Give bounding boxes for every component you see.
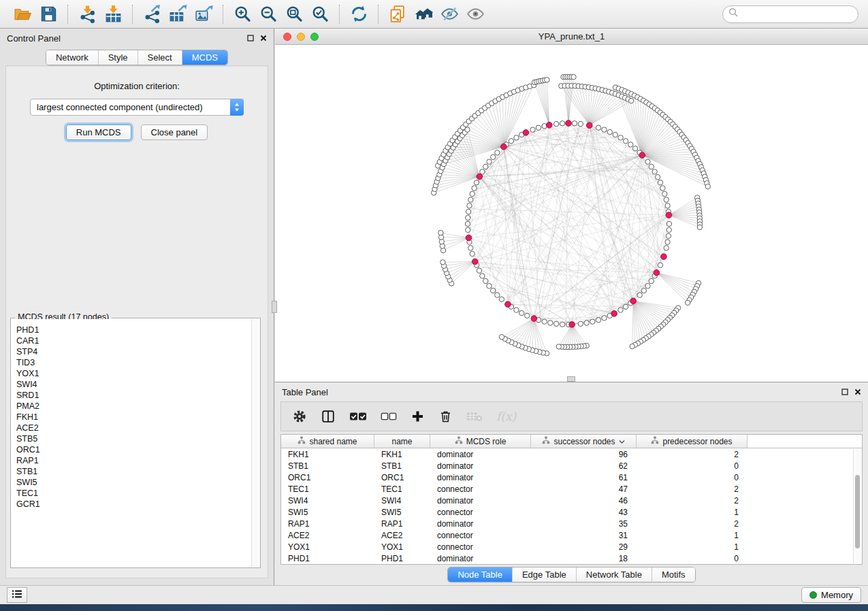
table-row[interactable]: RAP1RAP1dominator352 — [281, 518, 853, 529]
mcds-result-scrollbar[interactable] — [251, 319, 259, 567]
close-window-icon[interactable] — [283, 33, 291, 41]
zoom-in-icon[interactable] — [232, 4, 253, 24]
cell-shared-name: FKH1 — [281, 450, 374, 459]
column-header-successor-nodes[interactable]: successor nodes — [531, 435, 637, 448]
control-panel-tabs: NetworkStyleSelectMCDS — [46, 50, 228, 65]
column-type-icon — [651, 436, 659, 446]
table-row[interactable]: ORC1ORC1dominator610 — [281, 472, 853, 483]
vertical-splitter-handle[interactable] — [272, 301, 277, 313]
close-panel-button[interactable]: Close panel — [141, 125, 208, 140]
table-row[interactable]: TEC1TEC1connector472 — [281, 483, 853, 495]
cell-shared-name: SWI5 — [281, 508, 374, 517]
network-view-window: YPA_prune.txt_1 — [275, 29, 868, 382]
zoom-out-icon[interactable] — [258, 4, 278, 24]
first-neighbors-icon[interactable] — [413, 4, 434, 24]
table-row[interactable]: SWI5SWI5connector431 — [281, 506, 853, 518]
import-table-icon[interactable] — [103, 4, 123, 24]
task-list-icon — [10, 589, 24, 602]
close-panel-icon[interactable] — [259, 35, 267, 42]
tab-network[interactable]: Network — [46, 50, 98, 65]
cell-mcds-role: dominator — [430, 450, 531, 459]
maximize-window-icon[interactable] — [310, 33, 319, 41]
table-row[interactable]: PHD1PHD1dominator180 — [281, 552, 853, 564]
network-graph[interactable] — [275, 45, 867, 382]
cell-predecessor-nodes: 2 — [637, 450, 748, 459]
table-row[interactable]: ACE2ACE2connector311 — [281, 529, 853, 541]
mcds-result-item: STB5 — [12, 433, 259, 444]
zoom-selected-icon[interactable] — [310, 4, 330, 24]
table-row[interactable]: YOX1YOX1connector291 — [281, 541, 853, 552]
column-layout-icon[interactable] — [321, 406, 336, 427]
hide-selected-icon[interactable] — [439, 4, 460, 24]
table-row[interactable]: SWI4SWI4dominator462 — [281, 495, 853, 506]
toolbar-separator — [223, 5, 223, 24]
table-settings-gear-icon[interactable] — [292, 406, 307, 427]
float-panel-icon[interactable] — [246, 35, 254, 42]
save-session-icon[interactable] — [38, 4, 59, 24]
refresh-icon[interactable] — [349, 4, 369, 24]
export-image-icon[interactable] — [193, 4, 214, 24]
table-scrollbar-thumb[interactable] — [855, 475, 860, 548]
table-row[interactable]: FKH1FKH1dominator962 — [281, 448, 853, 460]
tab-motifs[interactable]: Motifs — [652, 567, 695, 582]
deselect-all-icon[interactable] — [381, 406, 397, 427]
search-input[interactable] — [742, 9, 862, 19]
network-window-title: YPA_prune.txt_1 — [539, 31, 605, 42]
add-row-icon[interactable] — [411, 406, 425, 427]
run-mcds-button[interactable]: Run MCDS — [66, 125, 131, 140]
tab-edge-table[interactable]: Edge Table — [512, 567, 576, 582]
memory-status-icon — [809, 591, 817, 599]
network-window-titlebar[interactable]: YPA_prune.txt_1 — [275, 29, 868, 45]
mcds-result-item: RAP1 — [12, 455, 259, 466]
column-header-predecessor-nodes[interactable]: predecessor nodes — [637, 435, 748, 448]
memory-button-label: Memory — [821, 590, 853, 600]
mcds-result-list[interactable]: PHD1CAR1STP4TID3YOX1SWI4SRD1PMA2FKH1ACE2… — [12, 319, 259, 567]
open-file-icon[interactable] — [12, 4, 33, 24]
memory-button[interactable]: Memory — [801, 587, 861, 603]
network-canvas[interactable] — [275, 45, 868, 382]
optimization-criterion-select[interactable]: largest connected component (undirected) — [30, 99, 244, 116]
table-panel-titlebar: Table Panel — [275, 382, 868, 401]
mcds-result-item: CAR1 — [12, 335, 259, 346]
tab-style[interactable]: Style — [98, 50, 138, 65]
task-history-button[interactable] — [7, 587, 27, 603]
column-header-mcds-role[interactable]: MCDS role — [430, 435, 531, 448]
export-network-icon[interactable] — [142, 4, 162, 24]
tab-mcds[interactable]: MCDS — [182, 50, 227, 65]
cell-successor-nodes: 35 — [531, 519, 637, 529]
table-scrollbar[interactable] — [853, 449, 861, 563]
horizontal-splitter-handle[interactable] — [567, 376, 575, 382]
mcds-result-groupbox: MCDS result (17 nodes) PHD1CAR1STP4TID3Y… — [10, 318, 261, 568]
cell-name: FKH1 — [374, 450, 430, 459]
search-box[interactable] — [722, 5, 858, 23]
import-network-icon[interactable] — [77, 4, 97, 24]
cell-successor-nodes: 18 — [531, 554, 637, 563]
duplicate-network-icon[interactable] — [387, 4, 408, 24]
tab-select[interactable]: Select — [138, 50, 182, 65]
delete-table-icon — [466, 406, 483, 427]
mcds-result-item: YOX1 — [12, 368, 259, 379]
column-header-shared-name[interactable]: shared name — [281, 435, 374, 448]
export-table-icon[interactable] — [167, 4, 188, 24]
cell-name: TEC1 — [374, 484, 430, 494]
column-header-name[interactable]: name — [374, 435, 430, 448]
close-table-panel-icon[interactable] — [854, 389, 861, 396]
cell-predecessor-nodes: 2 — [637, 496, 748, 506]
float-table-panel-icon[interactable] — [841, 389, 848, 396]
select-all-icon[interactable] — [349, 406, 367, 427]
cell-successor-nodes: 96 — [531, 450, 637, 459]
column-type-icon — [298, 436, 306, 446]
tab-node-table[interactable]: Node Table — [448, 567, 512, 582]
cell-name: SWI4 — [374, 496, 430, 506]
zoom-fit-icon[interactable] — [284, 4, 304, 24]
show-all-icon[interactable] — [465, 4, 485, 24]
cell-shared-name: ORC1 — [281, 473, 374, 482]
minimize-window-icon[interactable] — [297, 33, 305, 41]
cell-predecessor-nodes: 1 — [637, 531, 748, 540]
delete-row-icon[interactable] — [438, 406, 453, 427]
table-row[interactable]: STB1STB1dominator620 — [281, 460, 853, 472]
table-panel-title: Table Panel — [282, 387, 328, 397]
tab-network-table[interactable]: Network Table — [576, 567, 652, 582]
cell-predecessor-nodes: 2 — [637, 519, 748, 529]
table-panel: Table Panel f(x) shared namenameMCDS rol… — [275, 382, 868, 585]
